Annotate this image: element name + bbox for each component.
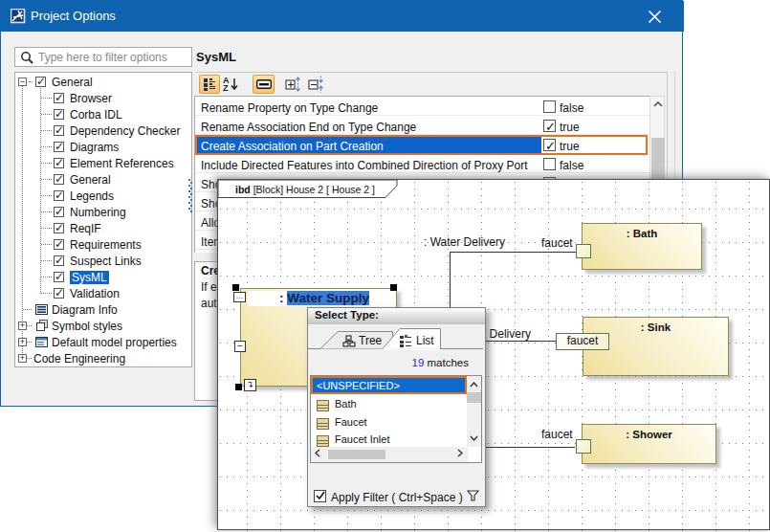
- svg-text:Z: Z: [223, 83, 229, 92]
